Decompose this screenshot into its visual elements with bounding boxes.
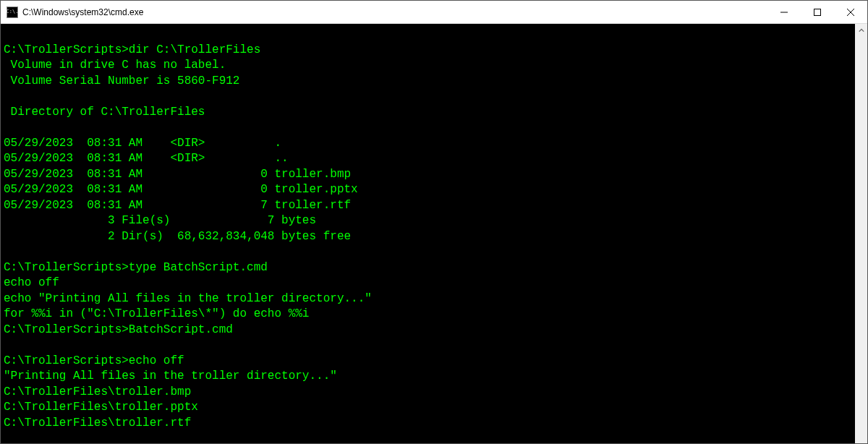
minimize-icon (780, 9, 788, 16)
window-controls (767, 1, 867, 23)
terminal-output[interactable]: C:\TrollerScripts>dir C:\TrollerFiles Vo… (1, 24, 855, 443)
content-area: C:\TrollerScripts>dir C:\TrollerFiles Vo… (1, 24, 867, 443)
maximize-button[interactable] (801, 1, 834, 23)
titlebar[interactable]: C:\. C:\Windows\system32\cmd.exe (1, 1, 867, 24)
vertical-scrollbar[interactable] (855, 24, 867, 443)
svg-rect-1 (814, 9, 821, 15)
close-button[interactable] (834, 1, 867, 23)
minimize-button[interactable] (767, 1, 801, 23)
chevron-up-icon (859, 27, 864, 33)
close-icon (847, 9, 854, 16)
maximize-icon (814, 9, 821, 16)
cmd-icon: C:\. (7, 7, 18, 18)
cmd-window: C:\. C:\Windows\system32\cmd.exe C:\Trol… (0, 0, 868, 444)
scroll-up-arrow[interactable] (855, 24, 867, 36)
window-title: C:\Windows\system32\cmd.exe (22, 7, 143, 17)
